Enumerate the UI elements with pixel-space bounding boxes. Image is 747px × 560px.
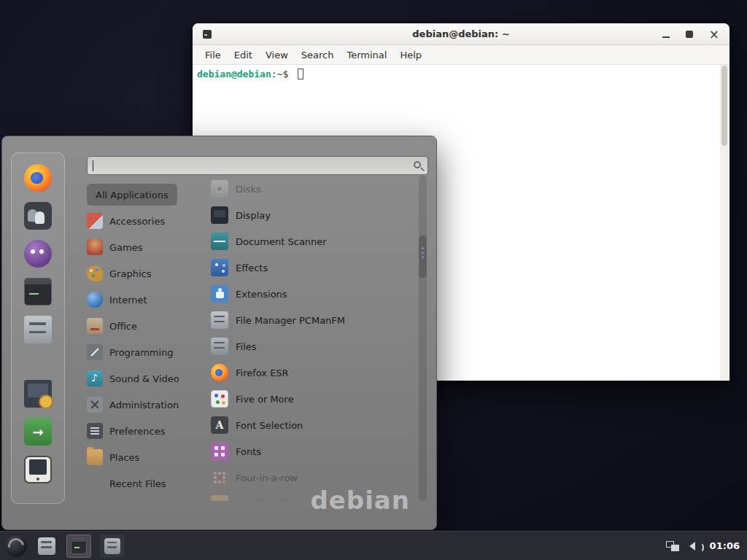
apps-scrollbar[interactable] <box>419 176 427 501</box>
menu-button[interactable] <box>5 535 27 557</box>
favorite-file-manager-button[interactable] <box>23 315 53 344</box>
prompt-path: :~$ <box>271 69 294 79</box>
category-graphics[interactable]: Graphics <box>87 260 209 287</box>
favorite-mascot-button[interactable] <box>23 239 53 268</box>
search-input[interactable] <box>93 158 409 174</box>
terminal-icon <box>71 538 87 554</box>
category-label: All Applications <box>96 190 169 201</box>
category-administration[interactable]: Administration <box>87 392 209 418</box>
category-internet[interactable]: Internet <box>87 287 209 313</box>
menubar-item-terminal[interactable]: Terminal <box>340 50 393 61</box>
menubar-item-view[interactable]: View <box>259 50 295 61</box>
terminal-menubar: File Edit View Search Terminal Help <box>193 45 729 65</box>
document-scanner-icon <box>211 233 228 250</box>
app-item-disks[interactable]: Disks <box>211 176 414 202</box>
app-label: Fonts <box>236 446 261 457</box>
app-label: Effects <box>236 262 268 273</box>
lock-screen-button[interactable] <box>23 379 53 408</box>
internet-icon <box>87 292 103 308</box>
clock[interactable]: 01:06 <box>710 540 740 551</box>
category-list: All Applications Accessories Games Graph… <box>87 182 209 497</box>
blank-icon <box>87 475 103 491</box>
extensions-icon <box>211 285 228 303</box>
app-label: Display <box>236 210 271 221</box>
app-item-font-selection[interactable]: Font Selection <box>211 412 414 438</box>
app-item-display[interactable]: Display <box>211 202 414 228</box>
app-item-files[interactable]: Files <box>211 333 414 359</box>
category-label: Preferences <box>109 426 165 437</box>
favorite-terminal-button[interactable] <box>23 277 53 306</box>
terminal-icon <box>24 278 52 306</box>
search-icon <box>414 161 421 168</box>
category-label: Graphics <box>109 268 151 279</box>
favorite-contacts-button[interactable] <box>23 201 53 230</box>
shutdown-button[interactable] <box>23 455 53 484</box>
accessories-icon <box>87 213 103 229</box>
files-icon <box>104 538 120 554</box>
effects-icon <box>211 259 228 276</box>
app-label: File Manager PCManFM <box>236 315 345 326</box>
minimize-icon[interactable] <box>662 36 670 38</box>
app-item-extensions[interactable]: Extensions <box>211 281 414 307</box>
favorite-firefox-button[interactable] <box>23 163 53 192</box>
desktop: debian@debian: ~ × File Edit View Search… <box>0 0 747 560</box>
app-label: Four-in-a-row <box>236 472 298 483</box>
app-item-file-manager-pcmanfm[interactable]: File Manager PCManFM <box>211 307 414 333</box>
taskbar: 01:06 <box>0 531 747 560</box>
file-manager-icon <box>24 316 52 343</box>
terminal-scrollbar[interactable] <box>720 65 729 380</box>
category-label: Accessories <box>109 216 165 227</box>
volume-icon[interactable] <box>688 541 701 551</box>
category-games[interactable]: Games <box>87 234 209 260</box>
gdebi-icon <box>211 495 228 501</box>
app-item-firefox-esr[interactable]: Firefox ESR <box>211 359 414 386</box>
app-item-effects[interactable]: Effects <box>211 254 414 281</box>
app-label: Firefox ESR <box>236 368 289 378</box>
terminal-titlebar[interactable]: debian@debian: ~ × <box>193 23 729 45</box>
window-title: debian@debian: ~ <box>193 28 729 39</box>
category-label: Programming <box>109 347 174 358</box>
category-programming[interactable]: Programming <box>87 339 209 365</box>
close-icon[interactable]: × <box>709 29 719 39</box>
category-recent-files[interactable]: Recent Files <box>87 470 209 497</box>
firefox-icon <box>211 364 228 381</box>
category-places[interactable]: Places <box>87 444 209 470</box>
menubar-item-help[interactable]: Help <box>393 50 428 61</box>
file-manager-icon <box>211 311 228 329</box>
display-icon <box>211 206 228 224</box>
menubar-item-file[interactable]: File <box>198 50 228 61</box>
category-all-applications[interactable]: All Applications <box>87 184 177 206</box>
category-accessories[interactable]: Accessories <box>87 208 209 234</box>
category-sound-video[interactable]: Sound & Video <box>87 365 209 392</box>
menubar-item-search[interactable]: Search <box>295 50 341 61</box>
files-icon <box>211 338 228 355</box>
taskbar-window-terminal[interactable] <box>66 534 91 558</box>
category-label: Places <box>109 452 139 463</box>
disks-icon <box>211 180 228 198</box>
apps-scrollbar-thumb[interactable] <box>419 236 427 278</box>
category-preferences[interactable]: Preferences <box>87 418 209 444</box>
taskbar-launcher-file-manager[interactable] <box>36 534 58 558</box>
category-label: Internet <box>109 295 147 306</box>
app-label: Disks <box>236 184 261 195</box>
app-item-fonts[interactable]: Fonts <box>211 438 414 464</box>
maximize-icon[interactable] <box>686 31 693 38</box>
app-label: Font Selection <box>236 420 303 431</box>
sound-video-icon <box>87 370 103 386</box>
office-icon <box>87 318 103 334</box>
graphics-icon <box>87 265 103 281</box>
menubar-item-edit[interactable]: Edit <box>228 50 259 61</box>
fonts-icon <box>211 443 228 460</box>
logout-button[interactable] <box>23 417 53 446</box>
application-menu: All Applications Accessories Games Graph… <box>1 136 437 530</box>
app-item-five-or-more[interactable]: Five or More <box>211 386 414 412</box>
terminal-scrollbar-thumb[interactable] <box>721 66 727 146</box>
category-office[interactable]: Office <box>87 313 209 339</box>
network-icon[interactable] <box>666 541 679 551</box>
games-icon <box>87 239 103 255</box>
app-item-document-scanner[interactable]: Document Scanner <box>211 228 414 254</box>
category-label: Sound & Video <box>109 373 179 384</box>
preferences-icon <box>87 423 103 439</box>
taskbar-window-files[interactable] <box>100 534 125 558</box>
window-controls: × <box>662 23 719 45</box>
